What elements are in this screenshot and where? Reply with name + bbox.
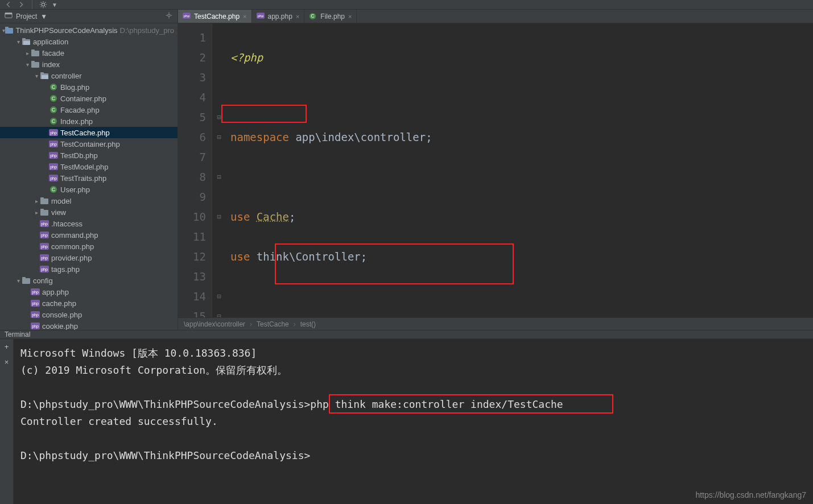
folder-icon	[31, 60, 40, 69]
tree-item-provider-php[interactable]: phpprovider.php	[0, 252, 178, 263]
settings-icon[interactable]	[39, 1, 47, 9]
tree-item-console-php[interactable]: phpconsole.php	[0, 309, 178, 320]
project-tree[interactable]: ▾ThinkPHPSourceCodeAnalysisD:\phpstudy_p…	[0, 23, 178, 330]
breadcrumb-item[interactable]: TestCache	[257, 320, 289, 328]
tree-label: ThinkPHPSourceCodeAnalysis	[15, 26, 117, 35]
tree-item-cache-php[interactable]: phpcache.php	[0, 298, 178, 309]
tree-item-controller[interactable]: ▾controller	[0, 70, 178, 81]
folderopen-icon	[22, 37, 31, 46]
fold-marker-icon[interactable]: ⊟	[212, 108, 226, 127]
tree-item-user-php[interactable]: CUser.php	[0, 184, 178, 195]
tab-testcache-php[interactable]: phpTestCache.php×	[178, 10, 252, 23]
tree-item-testmodel-php[interactable]: phpTestModel.php	[0, 161, 178, 172]
code-content[interactable]: <?php namespace app\index\controller; us…	[226, 23, 813, 317]
chevron-icon[interactable]: ▾	[24, 61, 31, 68]
folder-icon	[31, 48, 40, 57]
breadcrumb-item[interactable]: \app\index\controller	[184, 320, 245, 328]
terminal-body[interactable]: Microsoft Windows [版本 10.0.18363.836] (c…	[14, 339, 813, 504]
close-icon[interactable]: ×	[296, 13, 299, 20]
tree-item-common-php[interactable]: phpcommon.php	[0, 241, 178, 252]
code-editor[interactable]: 12345678910111213141516 ⊟ ⊟ ⊟ ⊟ ⊟ ⊟ <?ph…	[178, 23, 813, 317]
tab-file-php[interactable]: CFile.php×	[304, 10, 357, 23]
forward-icon[interactable]	[17, 1, 25, 9]
svg-text:C: C	[52, 96, 56, 101]
terminal-tools: + ×	[0, 339, 14, 504]
tree-label: common.php	[51, 242, 94, 251]
chevron-icon[interactable]: ▾	[15, 278, 22, 284]
php-icon: php	[49, 128, 58, 137]
tab-app-php[interactable]: phpapp.php×	[252, 10, 305, 23]
svg-text:php: php	[50, 142, 57, 147]
class-icon: C	[49, 117, 58, 126]
tree-item-application[interactable]: ▾application	[0, 36, 178, 47]
folderopen-icon	[40, 71, 49, 80]
terminal-close-icon[interactable]: ×	[5, 358, 9, 366]
tree-item-app-php[interactable]: phpapp.php	[0, 286, 178, 298]
chevron-icon[interactable]: ▾	[33, 73, 40, 79]
sidebar-dropdown-icon[interactable]: ▼	[40, 13, 47, 20]
fold-marker-icon[interactable]: ⊟	[212, 127, 226, 147]
chevron-icon[interactable]: ▸	[33, 198, 40, 204]
tree-item-model[interactable]: ▸model	[0, 195, 178, 206]
svg-rect-12	[31, 61, 35, 63]
terminal-add-icon[interactable]: +	[5, 342, 9, 351]
fold-end-icon[interactable]: ⊟	[212, 287, 226, 307]
code-token: use	[230, 210, 257, 223]
tree-item-index[interactable]: ▾index	[0, 59, 178, 70]
svg-text:php: php	[41, 233, 48, 238]
tree-item-config[interactable]: ▾config	[0, 275, 178, 286]
tree-item-testdb-php[interactable]: phpTestDb.php	[0, 150, 178, 161]
chevron-icon[interactable]: ▸	[33, 209, 40, 216]
tree-item-testcache-php[interactable]: phpTestCache.php	[0, 127, 178, 138]
svg-text:php: php	[32, 301, 39, 306]
tree-item--htaccess[interactable]: php.htaccess	[0, 218, 178, 229]
tree-item-blog-php[interactable]: CBlog.php	[0, 81, 178, 93]
toolbar-sep	[32, 0, 32, 9]
chevron-icon[interactable]: ▾	[15, 39, 22, 45]
svg-text:php: php	[50, 176, 57, 181]
code-token: app\index\controller;	[295, 131, 432, 143]
php-icon: php	[49, 162, 58, 171]
breadcrumb-item[interactable]: test()	[300, 320, 316, 328]
terminal-header[interactable]: Terminal	[0, 331, 813, 339]
tree-item-tags-php[interactable]: phptags.php	[0, 263, 178, 275]
fold-marker-icon[interactable]: ⊟	[212, 207, 226, 227]
tree-label: view	[51, 208, 66, 217]
close-icon[interactable]: ×	[348, 13, 352, 20]
close-icon[interactable]: ×	[243, 13, 246, 20]
tree-item-facade[interactable]: ▸facade	[0, 47, 178, 59]
tree-item-index-php[interactable]: CIndex.php	[0, 115, 178, 127]
tree-label: console.php	[42, 311, 82, 319]
settings-chevron-icon[interactable]: ▼	[52, 2, 57, 8]
svg-text:php: php	[41, 245, 48, 249]
tree-item-thinkphpsourcecodeanalysis[interactable]: ▾ThinkPHPSourceCodeAnalysisD:\phpstudy_p…	[0, 24, 178, 36]
svg-text:C: C	[311, 13, 315, 19]
fold-end-icon[interactable]: ⊟	[212, 307, 226, 317]
tree-item-testcontainer-php[interactable]: phpTestContainer.php	[0, 138, 178, 150]
tree-label: command.php	[51, 231, 98, 239]
tree-item-facade-php[interactable]: CFacade.php	[0, 104, 178, 115]
fold-marker-icon[interactable]: ⊟	[212, 167, 226, 187]
tree-item-view[interactable]: ▸view	[0, 206, 178, 218]
svg-text:php: php	[41, 222, 48, 226]
tree-label: TestTraits.php	[60, 174, 106, 183]
svg-rect-15	[42, 75, 48, 79]
tree-item-command-php[interactable]: phpcommand.php	[0, 229, 178, 241]
folder-icon	[22, 276, 31, 285]
class-icon: C	[49, 105, 58, 114]
watermark: https://blog.csdn.net/fangkang7	[695, 490, 806, 499]
svg-text:C: C	[52, 107, 56, 113]
tree-item-container-php[interactable]: CContainer.php	[0, 93, 178, 104]
tree-label: Blog.php	[60, 83, 89, 92]
svg-rect-14	[40, 72, 44, 75]
tree-item-testtraits-php[interactable]: phpTestTraits.php	[0, 172, 178, 184]
php-icon: php	[40, 265, 49, 274]
tree-item-cookie-php[interactable]: phpcookie.php	[0, 320, 178, 330]
chevron-icon[interactable]: ▸	[24, 50, 31, 56]
sidebar-settings-icon[interactable]	[165, 11, 173, 21]
svg-text:php: php	[184, 14, 190, 18]
php-icon: php	[49, 151, 58, 160]
class-icon: C	[49, 94, 58, 103]
back-icon[interactable]	[5, 1, 13, 9]
php-icon: php	[40, 253, 49, 262]
